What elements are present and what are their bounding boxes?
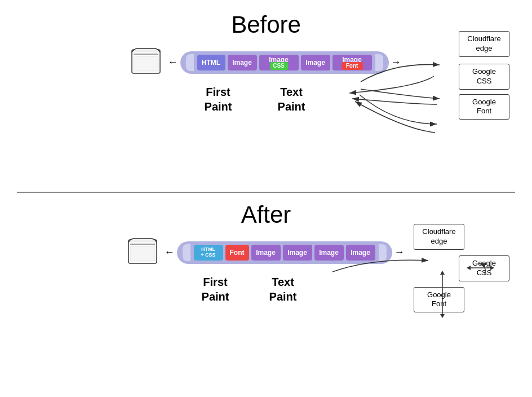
cloudflare-edge-box-before: Cloudflareedge	[459, 31, 509, 57]
first-paint-label-before: FirstPaint	[205, 85, 232, 114]
block-html-before: HTML	[197, 55, 225, 70]
first-paint-label-after: FirstPaint	[202, 275, 229, 304]
block-image-css-before: Image CSS	[259, 55, 299, 70]
block-image4-after: Image	[346, 245, 375, 261]
text-paint-label-after: TextPaint	[269, 275, 297, 304]
after-section: After ← HTML+ CSS F	[0, 193, 532, 385]
before-title: Before	[6, 11, 526, 38]
google-css-box-before: GoogleCSS	[459, 64, 509, 90]
cloudflare-edge-box-after: Cloudflareedge	[414, 224, 464, 250]
browser-icon-after	[126, 237, 159, 268]
main-container: Before ← HTML Image	[0, 0, 532, 397]
arrow-browser-to-pipe-after: ←	[165, 246, 175, 258]
svg-rect-2	[134, 56, 158, 71]
google-font-box-before: GoogleFont	[459, 94, 509, 120]
arrow-pipe-to-right-after: →	[394, 246, 405, 258]
block-image1-after: Image	[251, 245, 281, 261]
google-font-box-after: GoogleFont	[414, 287, 464, 313]
google-css-box-after: GoogleCSS	[459, 255, 509, 281]
before-section: Before ← HTML Image	[0, 0, 532, 192]
arrow-pipe-to-right-before: →	[391, 56, 401, 68]
block-image3-after: Image	[314, 245, 344, 261]
pipeline-bar-after: HTML+ CSS Font Image Image Image Image	[177, 241, 392, 264]
text-paint-label-before: TextPaint	[278, 85, 305, 114]
browser-icon-before	[129, 47, 163, 78]
block-html-css-after: HTML+ CSS	[194, 245, 223, 261]
svg-marker-9	[440, 314, 445, 318]
block-image1-before: Image	[228, 55, 257, 70]
block-font-after: Font	[225, 245, 249, 261]
pipeline-bar-before: HTML Image Image CSS Image Image Font	[180, 51, 389, 74]
block-image-font-before: Image Font	[333, 55, 372, 70]
block-image2-after: Image	[283, 245, 312, 261]
arrow-browser-to-pipe-before: ←	[168, 56, 178, 68]
svg-rect-6	[130, 246, 155, 261]
block-image2-before: Image	[301, 55, 330, 70]
